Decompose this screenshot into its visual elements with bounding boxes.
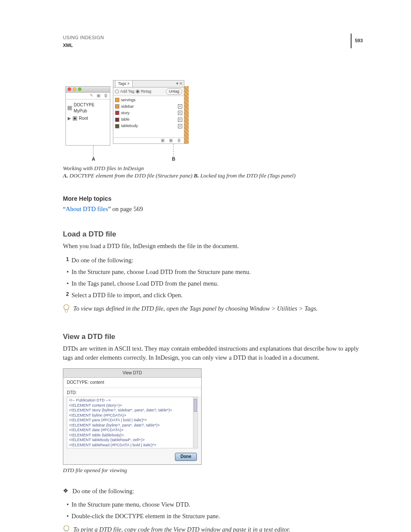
structure-toolbar: ✎ ▣ 🗑: [66, 93, 110, 100]
structure-pane: ✎ ▣ 🗑 ▤ DOCTYPE MyPub ▶ ▣ Root: [65, 86, 110, 146]
callout-label-a: A: [92, 156, 95, 163]
doctype-row: ▤ DOCTYPE MyPub: [68, 102, 108, 115]
lightbulb-icon: [63, 525, 72, 532]
tags-tab-bar: Tags × ▾ ≡: [113, 81, 184, 87]
load-dtd-intro: When you load a DTD file, InDesign embed…: [63, 242, 363, 251]
bullet-text: In the Structure pane, choose Load DTD f…: [72, 268, 251, 277]
tag-swatch: [115, 98, 119, 102]
lock-icon: [178, 104, 182, 109]
tags-controls: Add Tag Retag Untag: [113, 87, 184, 96]
figure-dtd-panels: ✎ ▣ 🗑 ▤ DOCTYPE MyPub ▶ ▣ Root Tags ×: [63, 80, 363, 180]
new-tag-icon: ▣: [169, 137, 173, 144]
view-dtd-intro: DTDs are written in ASCII text. They may…: [63, 344, 363, 362]
view-dtd-heading: View a DTD file: [63, 332, 363, 342]
scroll-thumb: [194, 399, 197, 412]
radio-icon: [136, 90, 140, 93]
bullet-dot-icon: •: [65, 500, 71, 509]
trash-icon: 🗑: [104, 93, 108, 99]
new-tag-icon: ▣: [161, 137, 165, 144]
tag-row: servings: [115, 97, 182, 103]
step-number: 1: [63, 256, 69, 265]
add-tag-label: Add Tag: [120, 89, 134, 94]
tag-row: tablebody: [115, 123, 182, 129]
step-2: 2 Select a DTD file to import, and click…: [63, 291, 363, 300]
minimize-icon: [73, 87, 76, 91]
trash-icon: 🗑: [177, 137, 181, 144]
tip-view-dtd: To print a DTD file, copy code from the …: [63, 525, 363, 532]
element-icon: ▣: [73, 116, 77, 121]
diamond-text: Do one of the following:: [72, 487, 134, 496]
expand-arrow-icon: ▶: [68, 115, 71, 122]
callout-line-a: [93, 146, 93, 157]
figure-art: ✎ ▣ 🗑 ▤ DOCTYPE MyPub ▶ ▣ Root Tags ×: [63, 80, 189, 162]
window-titlebar: [66, 87, 110, 93]
lock-icon: [178, 118, 182, 122]
bullet-dot-icon: •: [65, 279, 71, 288]
page-number: 593: [355, 37, 363, 44]
tag-row: table: [115, 116, 182, 123]
running-header: USING INDESIGN XML: [63, 34, 363, 49]
doctype-line: DOCTYPE: content: [63, 378, 201, 388]
dialog-title: View DTD: [63, 369, 201, 378]
figure1-caption-title: Working with DTD files in InDesign: [63, 165, 363, 172]
step-number: 2: [63, 291, 69, 300]
step-text: Do one of the following:: [72, 256, 133, 265]
svg-point-0: [64, 305, 69, 310]
scrollbar: [193, 397, 197, 448]
bullet-dot-icon: •: [65, 512, 71, 521]
diamond-intro-row: ❖ Do one of the following:: [63, 487, 363, 496]
lock-icon: [178, 111, 182, 115]
bullet-dot-icon: •: [65, 268, 71, 277]
done-button[interactable]: Done: [175, 453, 197, 461]
tag-swatch: [115, 111, 119, 115]
zoom-icon: [78, 87, 81, 91]
radio-icon: [115, 90, 119, 93]
more-help-line: “About DTD files” on page 569: [63, 205, 363, 214]
bullet-item: • In the Structure pane, choose Load DTD…: [63, 268, 363, 277]
page-number-bar: [351, 34, 352, 48]
step-text: Select a DTD file to import, and click O…: [72, 291, 183, 300]
tags-footer: ▣ ▣ 🗑: [113, 137, 184, 143]
svg-point-1: [64, 526, 69, 531]
tag-swatch: [115, 118, 119, 122]
lightbulb-icon: [63, 304, 72, 316]
diamond-icon: ❖: [63, 487, 71, 496]
root-label: Root: [79, 115, 88, 122]
bullet-item: • In the Tags panel, choose Load DTD fro…: [63, 279, 363, 288]
tag-list: servings sidebar story table tablebody: [113, 96, 184, 130]
tag-swatch: [115, 124, 119, 128]
callout-label-b: B: [172, 156, 175, 163]
bullet-item: • Double-click the DOCTYPE element in th…: [63, 512, 363, 521]
dtd-code-area: <!-- Publication DTD --> <!ELEMENT conte…: [67, 397, 198, 448]
bullet-text: In the Tags panel, choose Load DTD from …: [72, 279, 218, 288]
view-dtd-dialog: View DTD DOCTYPE: content DTD: <!-- Publ…: [63, 368, 202, 465]
panel-close-icon: ▾ ≡: [176, 81, 182, 87]
tag-row: sidebar: [115, 103, 182, 110]
tag-swatch: [115, 104, 119, 109]
bullet-item: • In the Structure pane menu, choose Vie…: [63, 500, 363, 509]
doctype-icon: ▤: [68, 106, 72, 110]
tags-panel: Tags × ▾ ≡ Add Tag Retag Untag servings …: [113, 80, 184, 144]
tool-icon: ▣: [97, 93, 100, 99]
bullet-text: In the Structure pane menu, choose View …: [72, 500, 190, 509]
tip-text: To view tags defined in the DTD file, op…: [73, 304, 318, 316]
tags-tab: Tags ×: [115, 80, 133, 87]
step-1: 1 Do one of the following:: [63, 256, 363, 265]
link-about-dtd-files[interactable]: About DTD files: [65, 205, 108, 212]
untag-button: Untag: [166, 88, 182, 95]
doctype-label: DOCTYPE MyPub: [74, 102, 108, 115]
load-dtd-heading: Load a DTD file: [63, 229, 363, 240]
dtd-label: DTD:: [63, 388, 201, 396]
header-line1: USING INDESIGN: [63, 34, 363, 41]
header-line2: XML: [63, 42, 363, 49]
root-row: ▶ ▣ Root: [68, 115, 108, 122]
tip-load-dtd: To view tags defined in the DTD file, op…: [63, 304, 363, 316]
load-dtd-steps: 1 Do one of the following: • In the Stru…: [63, 256, 363, 300]
tip-text: To print a DTD file, copy code from the …: [73, 525, 290, 532]
dialog-button-row: Done: [63, 451, 201, 464]
figure1-caption: Working with DTD files in InDesign A. DO…: [63, 165, 363, 180]
close-icon: [68, 87, 71, 91]
more-help-heading: More Help topics: [63, 194, 363, 203]
figure2-caption: DTD file opened for viewing: [63, 467, 363, 475]
tool-icon: ✎: [90, 93, 93, 99]
